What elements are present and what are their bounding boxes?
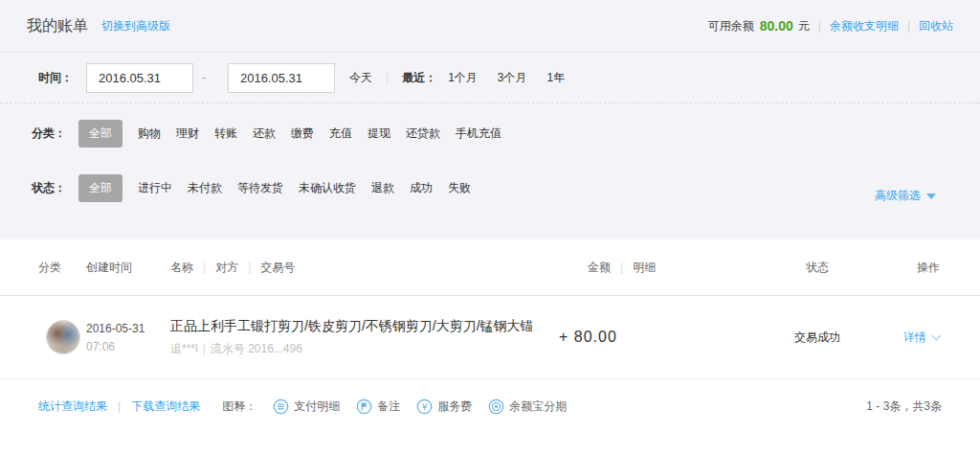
time-label: 时间： xyxy=(38,70,73,86)
legend-item: 余额宝分期 xyxy=(488,398,567,415)
payment-detail-icon xyxy=(273,398,289,415)
svg-text:¥: ¥ xyxy=(422,401,428,412)
advanced-filter-link[interactable]: 高级筛选 xyxy=(875,188,936,204)
row-time: 07:06 xyxy=(86,340,170,353)
legend-item: 备注 xyxy=(356,398,400,415)
row-date-cell: 2016-05-31 07:06 xyxy=(86,322,170,353)
separator: | xyxy=(907,19,910,33)
status-awaiting-shipment[interactable]: 等待发货 xyxy=(237,180,283,196)
separator: | xyxy=(386,71,389,84)
row-action-cell: 详情 xyxy=(869,330,942,346)
advanced-filter-label: 高级筛选 xyxy=(875,188,921,204)
status-in-progress[interactable]: 进行中 xyxy=(138,180,172,196)
row-serial: 流水号 2016...496 xyxy=(211,342,302,355)
transactions-table: 分类 创建时间 名称|对方|交易号 金额|明细 状态 操作 2016-05-31… xyxy=(0,239,980,433)
separator: | xyxy=(248,261,251,274)
separator: | xyxy=(620,261,623,274)
category-repayment[interactable]: 还款 xyxy=(253,125,276,142)
header-action: 操作 xyxy=(869,260,942,276)
separator: | xyxy=(818,19,821,33)
status-filter-row: 状态： 全部 进行中 未付款 等待发货 未确认收货 退款 成功 失败 xyxy=(0,163,980,213)
range-3months-link[interactable]: 3个月 xyxy=(498,70,527,86)
download-result-link[interactable]: 下载查询结果 xyxy=(131,398,200,415)
header-counterparty: 对方 xyxy=(215,261,238,274)
legend-item-label: 余额宝分期 xyxy=(509,398,567,415)
status-failed[interactable]: 失败 xyxy=(448,180,471,196)
time-filter-row: 时间： - 今天 | 最近： 1个月 3个月 1年 xyxy=(0,53,980,103)
header-name: 名称 xyxy=(170,261,193,274)
row-category-cell xyxy=(38,320,86,354)
legend-item-label: 支付明细 xyxy=(294,398,340,415)
balance-area: 可用余额 80.00 元 | 余额收支明细 | 回收站 xyxy=(708,18,953,34)
header-created: 创建时间 xyxy=(86,260,170,276)
separator: | xyxy=(118,399,121,413)
balance-detail-link[interactable]: 余额收支明细 xyxy=(830,18,899,34)
header-amount: 金额 xyxy=(588,261,611,274)
category-bills[interactable]: 缴费 xyxy=(291,125,314,142)
my-bill-page: 我的账单 切换到高级版 可用余额 80.00 元 | 余额收支明细 | 回收站 … xyxy=(0,0,980,433)
header-name-group: 名称|对方|交易号 xyxy=(170,260,551,276)
recycle-bin-link[interactable]: 回收站 xyxy=(919,18,953,34)
row-product-name[interactable]: 正品上利手工锻打剪刀/铁皮剪刀/不锈钢剪刀/大剪刀/锰钢大锚 xyxy=(170,318,551,335)
table-header: 分类 创建时间 名称|对方|交易号 金额|明细 状态 操作 xyxy=(0,239,980,296)
category-withdraw[interactable]: 提现 xyxy=(368,125,390,142)
product-avatar[interactable] xyxy=(46,320,80,354)
separator: | xyxy=(203,342,206,355)
category-label: 分类： xyxy=(32,125,66,142)
balance-value: 80.00 xyxy=(760,18,793,34)
stats-result-link[interactable]: 统计查询结果 xyxy=(38,398,107,415)
row-date: 2016-05-31 xyxy=(86,322,170,335)
chevron-down-icon xyxy=(926,193,936,199)
header-txn-no: 交易号 xyxy=(260,261,295,274)
date-range-separator: - xyxy=(202,71,206,84)
separator: | xyxy=(203,261,206,274)
category-topup[interactable]: 充值 xyxy=(329,125,352,142)
category-shopping[interactable]: 购物 xyxy=(138,125,161,142)
balance-unit: 元 xyxy=(798,18,810,34)
row-amount: + 80.00 xyxy=(551,329,766,346)
filter-panel: 我的账单 切换到高级版 可用余额 80.00 元 | 余额收支明细 | 回收站 … xyxy=(0,0,980,239)
detail-link[interactable]: 详情 xyxy=(903,330,926,344)
status-success[interactable]: 成功 xyxy=(410,180,433,196)
service-fee-icon: ¥ xyxy=(416,398,433,415)
note-flag-icon xyxy=(356,398,372,415)
page-title: 我的账单 xyxy=(27,16,88,36)
category-filter-row: 分类： 全部 购物 理财 转账 还款 缴费 充值 提现 还贷款 手机充值 xyxy=(0,103,980,163)
legend-item-label: 备注 xyxy=(377,398,400,415)
date-from-input[interactable] xyxy=(86,63,193,93)
table-row: 2016-05-31 07:06 正品上利手工锻打剪刀/铁皮剪刀/不锈钢剪刀/大… xyxy=(0,296,980,379)
legend-label: 图释： xyxy=(222,398,256,415)
status-unpaid[interactable]: 未付款 xyxy=(188,180,222,196)
category-mobile-topup[interactable]: 手机充值 xyxy=(456,125,501,142)
legend: 支付明细 备注 ¥ 服务费 xyxy=(256,398,567,415)
status-all-chip-selected[interactable]: 全部 xyxy=(78,174,122,202)
header-amount-group: 金额|明细 xyxy=(551,260,766,276)
row-counterparty: 追***l xyxy=(170,342,198,355)
category-all-chip-selected[interactable]: 全部 xyxy=(78,120,122,148)
row-status: 交易成功 xyxy=(766,330,869,346)
page-header: 我的账单 切换到高级版 可用余额 80.00 元 | 余额收支明细 | 回收站 xyxy=(0,0,980,53)
category-finance[interactable]: 理财 xyxy=(176,125,199,142)
category-transfer[interactable]: 转账 xyxy=(214,125,237,142)
recent-label: 最近： xyxy=(402,70,436,86)
switch-to-advanced-link[interactable]: 切换到高级版 xyxy=(101,18,170,34)
today-link[interactable]: 今天 xyxy=(349,70,372,86)
header-detail: 明细 xyxy=(633,261,656,274)
yuebao-installment-icon xyxy=(488,398,504,415)
date-to-input[interactable] xyxy=(228,63,335,93)
header-status: 状态 xyxy=(766,260,869,276)
pagination-info: 1 - 3条，共3条 xyxy=(866,398,942,415)
status-refund[interactable]: 退款 xyxy=(371,180,394,196)
balance-label: 可用余额 xyxy=(708,18,754,34)
category-loan-repay[interactable]: 还贷款 xyxy=(406,125,440,142)
status-unconfirmed-receipt[interactable]: 未确认收货 xyxy=(299,180,356,196)
legend-item-label: 服务费 xyxy=(437,398,472,415)
range-1year-link[interactable]: 1年 xyxy=(547,70,566,86)
range-1month-link[interactable]: 1个月 xyxy=(448,70,478,86)
legend-item: 支付明细 xyxy=(273,398,340,415)
row-name-cell: 正品上利手工锻打剪刀/铁皮剪刀/不锈钢剪刀/大剪刀/锰钢大锚 追***l|流水号… xyxy=(170,318,551,357)
row-subinfo: 追***l|流水号 2016...496 xyxy=(170,341,551,357)
table-footer: 统计查询结果 | 下载查询结果 图释： 支付明细 xyxy=(0,379,980,433)
legend-item: ¥ 服务费 xyxy=(416,398,472,415)
header-category: 分类 xyxy=(38,260,86,276)
